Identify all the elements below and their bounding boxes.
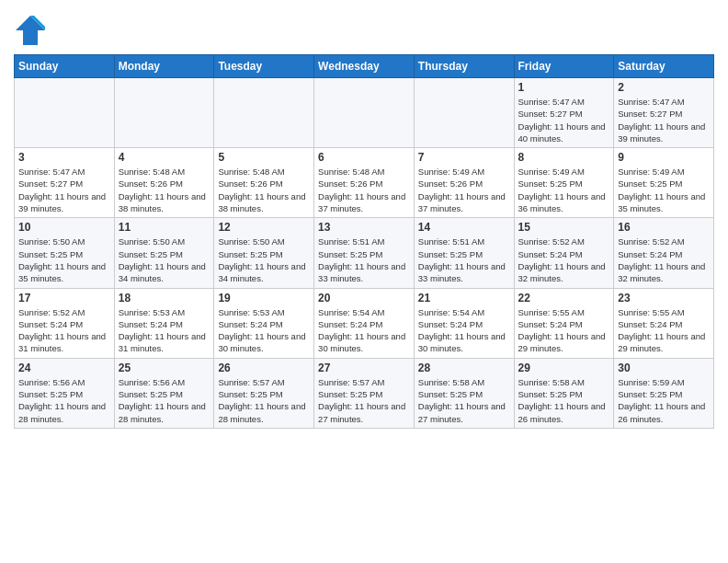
day-info: Sunrise: 5:58 AM Sunset: 5:25 PM Dayligh… — [418, 376, 510, 425]
calendar-cell — [314, 78, 415, 148]
calendar-cell: 16Sunrise: 5:52 AM Sunset: 5:24 PM Dayli… — [614, 218, 714, 288]
calendar-cell — [414, 78, 514, 148]
day-number: 24 — [18, 362, 110, 374]
calendar-cell: 24Sunrise: 5:56 AM Sunset: 5:25 PM Dayli… — [15, 358, 115, 428]
day-number: 7 — [418, 151, 510, 164]
day-number: 1 — [518, 81, 610, 94]
day-number: 23 — [618, 292, 710, 304]
page: SundayMondayTuesdayWednesdayThursdayFrid… — [0, 0, 728, 442]
calendar-week-3: 10Sunrise: 5:50 AM Sunset: 5:25 PM Dayli… — [15, 218, 714, 288]
day-number: 17 — [18, 292, 110, 304]
calendar-cell: 4Sunrise: 5:48 AM Sunset: 5:26 PM Daylig… — [114, 148, 214, 218]
calendar-cell: 22Sunrise: 5:55 AM Sunset: 5:24 PM Dayli… — [514, 288, 614, 358]
day-number: 3 — [18, 151, 110, 164]
day-number: 16 — [618, 221, 710, 234]
calendar-cell — [15, 78, 115, 148]
calendar-cell: 15Sunrise: 5:52 AM Sunset: 5:24 PM Dayli… — [514, 218, 614, 288]
calendar-cell: 27Sunrise: 5:57 AM Sunset: 5:25 PM Dayli… — [314, 358, 415, 428]
day-info: Sunrise: 5:49 AM Sunset: 5:25 PM Dayligh… — [618, 166, 710, 214]
day-info: Sunrise: 5:57 AM Sunset: 5:25 PM Dayligh… — [318, 376, 410, 425]
day-info: Sunrise: 5:48 AM Sunset: 5:26 PM Dayligh… — [119, 166, 210, 214]
day-info: Sunrise: 5:47 AM Sunset: 5:27 PM Dayligh… — [618, 96, 710, 144]
calendar-cell: 26Sunrise: 5:57 AM Sunset: 5:25 PM Dayli… — [214, 358, 314, 428]
calendar-cell: 13Sunrise: 5:51 AM Sunset: 5:25 PM Dayli… — [314, 218, 415, 288]
calendar-cell — [214, 78, 314, 148]
day-number: 21 — [418, 292, 510, 304]
day-info: Sunrise: 5:54 AM Sunset: 5:24 PM Dayligh… — [318, 306, 410, 355]
calendar-cell: 3Sunrise: 5:47 AM Sunset: 5:27 PM Daylig… — [15, 148, 115, 218]
day-info: Sunrise: 5:58 AM Sunset: 5:25 PM Dayligh… — [518, 376, 610, 425]
calendar-cell: 21Sunrise: 5:54 AM Sunset: 5:24 PM Dayli… — [414, 288, 514, 358]
calendar-body: 1Sunrise: 5:47 AM Sunset: 5:27 PM Daylig… — [15, 78, 714, 429]
calendar-header: SundayMondayTuesdayWednesdayThursdayFrid… — [15, 55, 714, 78]
day-number: 28 — [418, 362, 510, 374]
day-number: 11 — [119, 221, 210, 234]
weekday-header-saturday: Saturday — [614, 55, 714, 78]
weekday-header-sunday: Sunday — [15, 55, 115, 78]
header — [14, 9, 714, 47]
day-number: 8 — [518, 151, 610, 164]
day-number: 29 — [518, 362, 610, 374]
day-info: Sunrise: 5:57 AM Sunset: 5:25 PM Dayligh… — [218, 376, 310, 425]
day-number: 14 — [418, 221, 510, 234]
day-info: Sunrise: 5:47 AM Sunset: 5:27 PM Dayligh… — [518, 96, 610, 144]
day-number: 5 — [218, 151, 310, 164]
calendar-week-4: 17Sunrise: 5:52 AM Sunset: 5:24 PM Dayli… — [15, 288, 714, 358]
calendar-cell: 8Sunrise: 5:49 AM Sunset: 5:25 PM Daylig… — [514, 148, 614, 218]
weekday-header-wednesday: Wednesday — [314, 55, 415, 78]
day-number: 12 — [218, 221, 310, 234]
calendar-cell: 9Sunrise: 5:49 AM Sunset: 5:25 PM Daylig… — [614, 148, 714, 218]
calendar-week-5: 24Sunrise: 5:56 AM Sunset: 5:25 PM Dayli… — [15, 358, 714, 428]
day-number: 26 — [218, 362, 310, 374]
logo — [14, 14, 51, 47]
calendar-cell: 1Sunrise: 5:47 AM Sunset: 5:27 PM Daylig… — [514, 78, 614, 148]
logo-icon — [14, 14, 47, 47]
day-number: 18 — [119, 292, 210, 304]
day-info: Sunrise: 5:47 AM Sunset: 5:27 PM Dayligh… — [18, 166, 110, 214]
calendar-cell: 17Sunrise: 5:52 AM Sunset: 5:24 PM Dayli… — [15, 288, 115, 358]
calendar-cell: 25Sunrise: 5:56 AM Sunset: 5:25 PM Dayli… — [114, 358, 214, 428]
weekday-header-monday: Monday — [114, 55, 214, 78]
calendar-cell: 14Sunrise: 5:51 AM Sunset: 5:25 PM Dayli… — [414, 218, 514, 288]
day-info: Sunrise: 5:59 AM Sunset: 5:25 PM Dayligh… — [618, 376, 710, 425]
calendar-cell: 7Sunrise: 5:49 AM Sunset: 5:26 PM Daylig… — [414, 148, 514, 218]
calendar-cell — [114, 78, 214, 148]
calendar-week-2: 3Sunrise: 5:47 AM Sunset: 5:27 PM Daylig… — [15, 148, 714, 218]
calendar-cell: 20Sunrise: 5:54 AM Sunset: 5:24 PM Dayli… — [314, 288, 415, 358]
day-number: 6 — [318, 151, 410, 164]
calendar-cell: 19Sunrise: 5:53 AM Sunset: 5:24 PM Dayli… — [214, 288, 314, 358]
calendar-cell: 5Sunrise: 5:48 AM Sunset: 5:26 PM Daylig… — [214, 148, 314, 218]
day-info: Sunrise: 5:55 AM Sunset: 5:24 PM Dayligh… — [618, 306, 710, 355]
weekday-header-thursday: Thursday — [414, 55, 514, 78]
day-number: 15 — [518, 221, 610, 234]
svg-marker-0 — [16, 16, 45, 45]
day-info: Sunrise: 5:53 AM Sunset: 5:24 PM Dayligh… — [218, 306, 310, 355]
day-number: 2 — [618, 81, 710, 94]
day-info: Sunrise: 5:55 AM Sunset: 5:24 PM Dayligh… — [518, 306, 610, 355]
day-info: Sunrise: 5:49 AM Sunset: 5:26 PM Dayligh… — [418, 166, 510, 214]
calendar-cell: 18Sunrise: 5:53 AM Sunset: 5:24 PM Dayli… — [114, 288, 214, 358]
day-info: Sunrise: 5:54 AM Sunset: 5:24 PM Dayligh… — [418, 306, 510, 355]
day-info: Sunrise: 5:50 AM Sunset: 5:25 PM Dayligh… — [18, 236, 110, 284]
day-number: 9 — [618, 151, 710, 164]
day-info: Sunrise: 5:52 AM Sunset: 5:24 PM Dayligh… — [518, 236, 610, 284]
day-info: Sunrise: 5:49 AM Sunset: 5:25 PM Dayligh… — [518, 166, 610, 214]
weekday-header-tuesday: Tuesday — [214, 55, 314, 78]
day-number: 19 — [218, 292, 310, 304]
day-number: 30 — [618, 362, 710, 374]
day-info: Sunrise: 5:50 AM Sunset: 5:25 PM Dayligh… — [119, 236, 210, 284]
day-info: Sunrise: 5:53 AM Sunset: 5:24 PM Dayligh… — [119, 306, 210, 355]
calendar-cell: 23Sunrise: 5:55 AM Sunset: 5:24 PM Dayli… — [614, 288, 714, 358]
calendar-cell: 10Sunrise: 5:50 AM Sunset: 5:25 PM Dayli… — [15, 218, 115, 288]
day-number: 10 — [18, 221, 110, 234]
day-number: 25 — [119, 362, 210, 374]
weekday-row: SundayMondayTuesdayWednesdayThursdayFrid… — [15, 55, 714, 78]
day-number: 4 — [119, 151, 210, 164]
calendar-cell: 6Sunrise: 5:48 AM Sunset: 5:26 PM Daylig… — [314, 148, 415, 218]
day-info: Sunrise: 5:51 AM Sunset: 5:25 PM Dayligh… — [418, 236, 510, 284]
day-number: 27 — [318, 362, 410, 374]
calendar-cell: 11Sunrise: 5:50 AM Sunset: 5:25 PM Dayli… — [114, 218, 214, 288]
calendar-cell: 30Sunrise: 5:59 AM Sunset: 5:25 PM Dayli… — [614, 358, 714, 428]
day-info: Sunrise: 5:52 AM Sunset: 5:24 PM Dayligh… — [18, 306, 110, 355]
day-number: 20 — [318, 292, 410, 304]
